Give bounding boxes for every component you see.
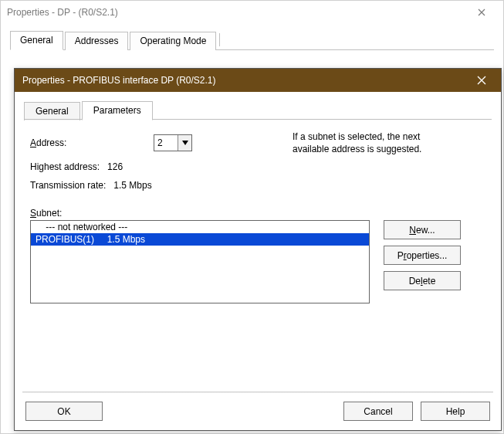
address-dropdown-arrow[interactable]: [178, 135, 191, 151]
ok-button[interactable]: OK: [25, 402, 103, 421]
new-button[interactable]: New...: [384, 220, 461, 239]
subnet-listbox[interactable]: --- not networked --- PROFIBUS(1) 1.5 Mb…: [30, 220, 370, 303]
separator: [22, 392, 493, 393]
hint-line-1: If a subnet is selected, the next: [293, 131, 421, 143]
outer-tabs: General Addresses Operating Mode: [10, 30, 494, 50]
subnet-item-profibus1[interactable]: PROFIBUS(1) 1.5 Mbps: [31, 233, 369, 246]
properties-button[interactable]: Properties...: [384, 246, 461, 265]
inner-body: Address: 2 If a subnet is selected, the …: [15, 120, 501, 314]
address-label: Address:: [30, 137, 154, 148]
highest-address-row: Highest address: 126: [30, 161, 485, 172]
close-icon: [477, 76, 486, 85]
delete-button[interactable]: Delete: [384, 271, 461, 290]
inner-tab-parameters[interactable]: Parameters: [82, 101, 153, 120]
dialog-button-bar: OK Cancel Help: [15, 394, 501, 430]
outer-tab-addresses[interactable]: Addresses: [65, 32, 129, 50]
address-row: Address: 2 If a subnet is selected, the …: [30, 131, 485, 155]
subnet-item-not-networked[interactable]: --- not networked ---: [31, 221, 369, 233]
inner-tabs: General Parameters: [24, 100, 492, 120]
address-combobox[interactable]: 2: [154, 134, 192, 151]
address-value: 2: [154, 135, 178, 151]
subnet-side-buttons: New... Properties... Delete: [384, 220, 461, 290]
subnet-area: --- not networked --- PROFIBUS(1) 1.5 Mb…: [30, 220, 485, 303]
address-hint: If a subnet is selected, the next availa…: [293, 131, 421, 155]
txrate-row: Transmission rate: 1.5 Mbps: [30, 180, 485, 191]
outer-window-title: Properties - DP - (R0/S2.1): [7, 7, 466, 18]
highest-address-value: 126: [107, 161, 123, 172]
outer-close-button[interactable]: [466, 2, 497, 22]
outer-titlebar: Properties - DP - (R0/S2.1): [1, 1, 503, 24]
inner-titlebar: Properties - PROFIBUS interface DP (R0/S…: [15, 69, 501, 92]
close-icon: [478, 8, 485, 16]
subnet-label: Subnet:: [30, 208, 485, 219]
inner-dialog: Properties - PROFIBUS interface DP (R0/S…: [14, 68, 502, 431]
tab-divider-icon: [219, 33, 220, 46]
outer-tab-operating-mode[interactable]: Operating Mode: [130, 32, 216, 50]
txrate-label: Transmission rate:: [30, 180, 106, 191]
inner-window-title: Properties - PROFIBUS interface DP (R0/S…: [22, 75, 470, 86]
chevron-down-icon: [182, 141, 188, 145]
hint-line-2: available address is suggested.: [293, 143, 421, 155]
help-button[interactable]: Help: [421, 402, 490, 421]
highest-address-label: Highest address:: [30, 161, 100, 172]
txrate-value: 1.5 Mbps: [113, 180, 151, 191]
cancel-button[interactable]: Cancel: [343, 402, 413, 421]
inner-close-button[interactable]: [470, 70, 493, 90]
outer-tab-general[interactable]: General: [10, 31, 63, 50]
inner-tab-general[interactable]: General: [24, 102, 80, 120]
